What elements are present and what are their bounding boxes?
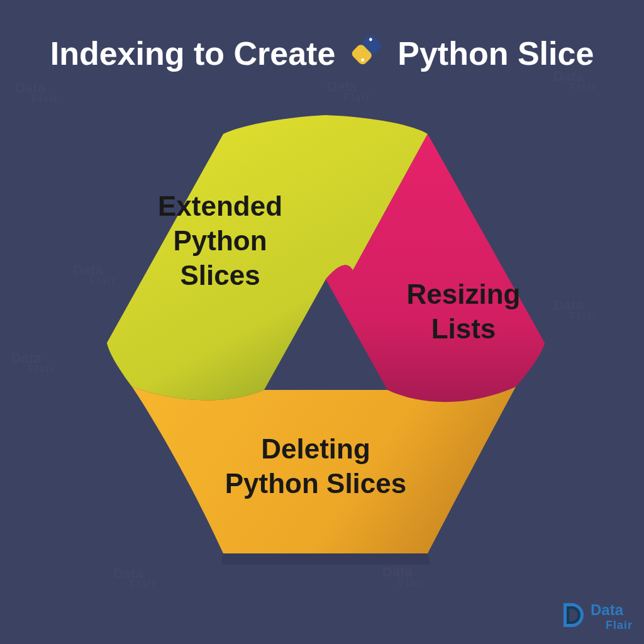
- triangle-diagram: [0, 0, 644, 644]
- watermark: DataFlair: [11, 352, 55, 374]
- watermark: DataFlair: [73, 264, 117, 286]
- watermark: DataFlair: [327, 80, 371, 102]
- brand-logo: Data Flair: [557, 600, 633, 633]
- watermark: DataFlair: [382, 299, 426, 321]
- python-logo-icon: [348, 31, 385, 75]
- brand-logo-text: Data Flair: [591, 601, 633, 632]
- segment-extended: [107, 115, 428, 400]
- label-extended: ExtendedPythonSlices: [119, 189, 321, 292]
- curl-top: [321, 115, 428, 279]
- segment-deleting: [132, 387, 516, 553]
- label-resizing: ResizingLists: [385, 277, 542, 346]
- segment-resizing: [326, 134, 545, 402]
- label-deleting: DeletingPython Slices: [171, 431, 460, 501]
- curl-left: [107, 343, 264, 400]
- watermark: DataFlair: [553, 299, 597, 321]
- watermark: DataFlair: [15, 82, 59, 103]
- watermark: DataFlair: [382, 566, 426, 587]
- title-left: Indexing to Create: [50, 35, 336, 72]
- brand-logo-icon: [557, 600, 587, 633]
- title-right: Python Slice: [397, 35, 594, 72]
- watermark: DataFlair: [113, 567, 157, 589]
- page-title: Indexing to Create Python Slice: [0, 31, 644, 75]
- curl-right: [387, 343, 545, 402]
